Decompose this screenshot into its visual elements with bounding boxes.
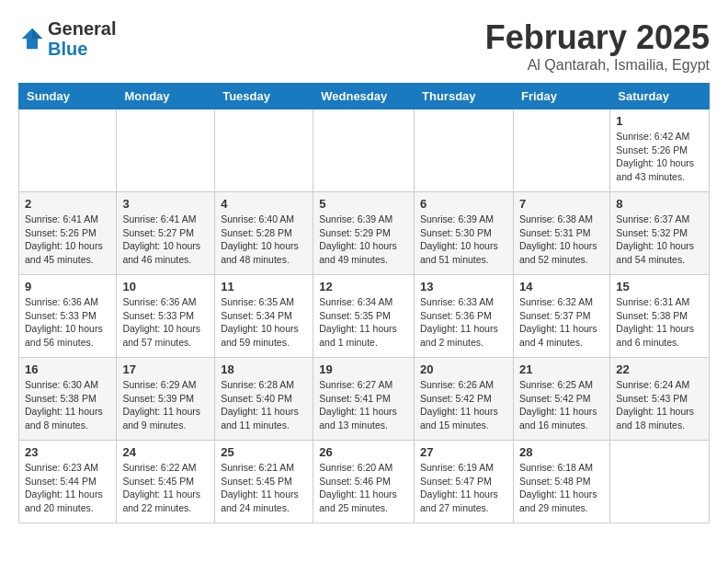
calendar-cell: 27Sunrise: 6:19 AM Sunset: 5:47 PM Dayli… — [415, 441, 514, 523]
calendar-week-row: 2Sunrise: 6:41 AM Sunset: 5:26 PM Daylig… — [19, 192, 710, 275]
calendar-cell — [415, 109, 514, 192]
svg-marker-1 — [32, 29, 42, 39]
calendar-cell: 28Sunrise: 6:18 AM Sunset: 5:48 PM Dayli… — [513, 441, 609, 523]
header-day: Thursday — [415, 84, 514, 109]
day-info: Sunrise: 6:20 AM Sunset: 5:46 PM Dayligh… — [319, 461, 408, 515]
day-number: 24 — [122, 445, 209, 459]
calendar-cell: 20Sunrise: 6:26 AM Sunset: 5:42 PM Dayli… — [415, 358, 514, 441]
day-info: Sunrise: 6:29 AM Sunset: 5:39 PM Dayligh… — [122, 378, 209, 432]
calendar-cell: 6Sunrise: 6:39 AM Sunset: 5:30 PM Daylig… — [415, 192, 514, 275]
header-day: Tuesday — [215, 84, 313, 109]
day-number: 26 — [319, 445, 408, 459]
header-day: Sunday — [19, 84, 117, 109]
day-info: Sunrise: 6:23 AM Sunset: 5:44 PM Dayligh… — [25, 461, 110, 515]
day-number: 3 — [122, 197, 209, 211]
calendar-cell: 7Sunrise: 6:38 AM Sunset: 5:31 PM Daylig… — [513, 192, 609, 275]
day-info: Sunrise: 6:38 AM Sunset: 5:31 PM Dayligh… — [519, 213, 604, 267]
calendar-body: 1Sunrise: 6:42 AM Sunset: 5:26 PM Daylig… — [19, 109, 710, 523]
day-info: Sunrise: 6:39 AM Sunset: 5:29 PM Dayligh… — [319, 213, 408, 267]
day-info: Sunrise: 6:34 AM Sunset: 5:35 PM Dayligh… — [319, 295, 408, 350]
day-info: Sunrise: 6:28 AM Sunset: 5:40 PM Dayligh… — [221, 378, 307, 432]
calendar-cell — [117, 109, 215, 192]
day-number: 23 — [25, 445, 110, 459]
day-info: Sunrise: 6:36 AM Sunset: 5:33 PM Dayligh… — [122, 295, 209, 350]
calendar-cell: 15Sunrise: 6:31 AM Sunset: 5:38 PM Dayli… — [610, 275, 710, 358]
day-info: Sunrise: 6:39 AM Sunset: 5:30 PM Dayligh… — [420, 213, 507, 267]
day-info: Sunrise: 6:32 AM Sunset: 5:37 PM Dayligh… — [519, 295, 604, 350]
calendar-cell: 16Sunrise: 6:30 AM Sunset: 5:38 PM Dayli… — [19, 358, 117, 441]
day-info: Sunrise: 6:36 AM Sunset: 5:33 PM Dayligh… — [25, 295, 110, 350]
calendar-week-row: 16Sunrise: 6:30 AM Sunset: 5:38 PM Dayli… — [19, 358, 710, 441]
day-number: 27 — [420, 445, 507, 459]
calendar-cell: 3Sunrise: 6:41 AM Sunset: 5:27 PM Daylig… — [117, 192, 215, 275]
header-day: Monday — [117, 84, 215, 109]
header-row: SundayMondayTuesdayWednesdayThursdayFrid… — [19, 84, 710, 109]
day-number: 25 — [221, 445, 307, 459]
calendar-cell: 2Sunrise: 6:41 AM Sunset: 5:26 PM Daylig… — [19, 192, 117, 275]
logo-icon — [18, 25, 46, 52]
logo: General Blue — [18, 18, 116, 59]
calendar-cell — [513, 109, 609, 192]
day-info: Sunrise: 6:21 AM Sunset: 5:45 PM Dayligh… — [221, 461, 307, 515]
day-info: Sunrise: 6:40 AM Sunset: 5:28 PM Dayligh… — [221, 213, 307, 267]
calendar-week-row: 1Sunrise: 6:42 AM Sunset: 5:26 PM Daylig… — [19, 109, 710, 192]
month-year-title: February 2025 — [485, 18, 710, 57]
day-number: 13 — [420, 280, 507, 293]
calendar-cell: 8Sunrise: 6:37 AM Sunset: 5:32 PM Daylig… — [610, 192, 710, 275]
calendar-cell: 9Sunrise: 6:36 AM Sunset: 5:33 PM Daylig… — [19, 275, 117, 358]
calendar-cell: 17Sunrise: 6:29 AM Sunset: 5:39 PM Dayli… — [117, 358, 215, 441]
day-number: 11 — [221, 280, 307, 293]
calendar-cell: 13Sunrise: 6:33 AM Sunset: 5:36 PM Dayli… — [415, 275, 514, 358]
calendar-cell: 26Sunrise: 6:20 AM Sunset: 5:46 PM Dayli… — [313, 441, 415, 523]
calendar-cell — [610, 441, 710, 523]
calendar-cell: 24Sunrise: 6:22 AM Sunset: 5:45 PM Dayli… — [117, 441, 215, 523]
day-info: Sunrise: 6:26 AM Sunset: 5:42 PM Dayligh… — [420, 378, 507, 432]
calendar-cell: 11Sunrise: 6:35 AM Sunset: 5:34 PM Dayli… — [215, 275, 313, 358]
day-info: Sunrise: 6:31 AM Sunset: 5:38 PM Dayligh… — [616, 295, 703, 350]
day-number: 22 — [616, 362, 703, 376]
day-info: Sunrise: 6:18 AM Sunset: 5:48 PM Dayligh… — [519, 461, 604, 515]
calendar-week-row: 9Sunrise: 6:36 AM Sunset: 5:33 PM Daylig… — [19, 275, 710, 358]
calendar-cell: 22Sunrise: 6:24 AM Sunset: 5:43 PM Dayli… — [610, 358, 710, 441]
calendar-cell — [19, 109, 117, 192]
day-info: Sunrise: 6:35 AM Sunset: 5:34 PM Dayligh… — [221, 295, 307, 350]
title-section: February 2025 Al Qantarah, Ismailia, Egy… — [485, 18, 710, 74]
header-day: Friday — [513, 84, 609, 109]
calendar-cell: 1Sunrise: 6:42 AM Sunset: 5:26 PM Daylig… — [610, 109, 710, 192]
day-number: 5 — [319, 197, 408, 211]
logo-general: General — [48, 18, 116, 39]
calendar-table: SundayMondayTuesdayWednesdayThursdayFrid… — [18, 83, 710, 523]
day-info: Sunrise: 6:30 AM Sunset: 5:38 PM Dayligh… — [25, 378, 110, 432]
calendar-cell: 5Sunrise: 6:39 AM Sunset: 5:29 PM Daylig… — [313, 192, 415, 275]
day-number: 10 — [122, 280, 209, 293]
day-info: Sunrise: 6:19 AM Sunset: 5:47 PM Dayligh… — [420, 461, 507, 515]
calendar-cell: 18Sunrise: 6:28 AM Sunset: 5:40 PM Dayli… — [215, 358, 313, 441]
day-number: 8 — [616, 197, 703, 211]
day-number: 6 — [420, 197, 507, 211]
calendar-cell: 12Sunrise: 6:34 AM Sunset: 5:35 PM Dayli… — [313, 275, 415, 358]
day-number: 28 — [519, 445, 604, 459]
calendar-cell — [313, 109, 415, 192]
day-number: 2 — [25, 197, 110, 211]
header-day: Wednesday — [313, 84, 415, 109]
day-info: Sunrise: 6:41 AM Sunset: 5:26 PM Dayligh… — [25, 213, 110, 267]
day-info: Sunrise: 6:42 AM Sunset: 5:26 PM Dayligh… — [616, 130, 703, 184]
day-info: Sunrise: 6:33 AM Sunset: 5:36 PM Dayligh… — [420, 295, 507, 350]
day-number: 15 — [616, 280, 703, 293]
logo-blue: Blue — [48, 39, 116, 59]
calendar-cell: 25Sunrise: 6:21 AM Sunset: 5:45 PM Dayli… — [215, 441, 313, 523]
calendar-cell — [215, 109, 313, 192]
calendar-cell: 23Sunrise: 6:23 AM Sunset: 5:44 PM Dayli… — [19, 441, 117, 523]
day-info: Sunrise: 6:24 AM Sunset: 5:43 PM Dayligh… — [616, 378, 703, 432]
page-header: General Blue February 2025 Al Qantarah, … — [18, 18, 710, 74]
day-info: Sunrise: 6:22 AM Sunset: 5:45 PM Dayligh… — [122, 461, 209, 515]
day-info: Sunrise: 6:37 AM Sunset: 5:32 PM Dayligh… — [616, 213, 703, 267]
day-number: 9 — [25, 280, 110, 293]
day-number: 4 — [221, 197, 307, 211]
day-number: 12 — [319, 280, 408, 293]
header-day: Saturday — [610, 84, 710, 109]
day-info: Sunrise: 6:27 AM Sunset: 5:41 PM Dayligh… — [319, 378, 408, 432]
calendar-header: SundayMondayTuesdayWednesdayThursdayFrid… — [19, 84, 710, 109]
location-subtitle: Al Qantarah, Ismailia, Egypt — [485, 57, 710, 74]
day-info: Sunrise: 6:41 AM Sunset: 5:27 PM Dayligh… — [122, 213, 209, 267]
